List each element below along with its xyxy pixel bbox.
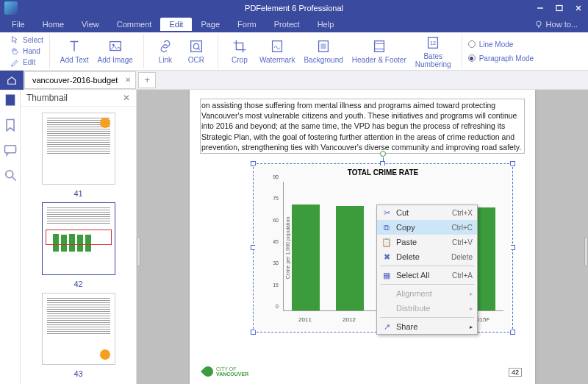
image-icon bbox=[107, 38, 123, 54]
menu-bar: File Home View Comment Edit Page Form Pr… bbox=[0, 16, 588, 32]
svg-rect-9 bbox=[374, 41, 384, 52]
menu-comment[interactable]: Comment bbox=[108, 18, 161, 31]
resize-handle[interactable] bbox=[510, 161, 515, 166]
add-text-button[interactable]: Add Text bbox=[56, 38, 93, 64]
context-distribute: Distribute▸ bbox=[377, 301, 477, 316]
bookmarks-rail-button[interactable] bbox=[3, 118, 18, 132]
left-rail bbox=[0, 90, 21, 384]
context-alignment: Alignment▸ bbox=[377, 286, 477, 301]
delete-icon: ✖ bbox=[381, 252, 392, 262]
document-canvas[interactable]: on assisting those suffering from mental… bbox=[137, 90, 588, 384]
annotations-rail-button[interactable] bbox=[3, 143, 18, 157]
ocr-button[interactable]: OCR bbox=[181, 38, 212, 64]
menu-home[interactable]: Home bbox=[34, 18, 73, 31]
text-icon bbox=[66, 38, 82, 54]
svg-point-3 bbox=[112, 44, 115, 46]
thumb-selection-marker bbox=[46, 230, 112, 244]
paragraph-mode-radio[interactable]: Paragraph Mode bbox=[468, 53, 534, 64]
title-bar: PDFelement 6 Professional bbox=[0, 0, 588, 16]
add-tab-button[interactable]: + bbox=[138, 72, 156, 88]
svg-point-1 bbox=[536, 21, 540, 26]
panel-collapse-handle-right[interactable] bbox=[584, 237, 588, 266]
search-rail-button[interactable] bbox=[3, 168, 18, 182]
edit-tool[interactable]: Edit bbox=[10, 57, 35, 68]
copy-icon: ⧉ bbox=[381, 222, 392, 232]
chart-xtick: 2011 bbox=[291, 316, 319, 323]
context-share[interactable]: ↗Share▸ bbox=[377, 319, 477, 334]
pencil-icon bbox=[10, 57, 20, 67]
thumbnail-panel: Thumbnail ✕ 41 42 43 bbox=[21, 90, 137, 384]
select-all-icon: ▦ bbox=[381, 270, 392, 280]
thumbnail-close-icon[interactable]: ✕ bbox=[123, 93, 130, 103]
header-footer-button[interactable]: Header & Footer bbox=[348, 38, 411, 64]
context-cut[interactable]: ✂CutCtrl+X bbox=[377, 205, 477, 220]
pdf-page[interactable]: on assisting those suffering from mental… bbox=[190, 90, 535, 384]
context-copy[interactable]: ⧉CopyCtrl+C bbox=[377, 220, 477, 235]
context-delete[interactable]: ✖DeleteDelete bbox=[377, 249, 477, 264]
hand-tool[interactable]: Hand bbox=[10, 46, 40, 57]
cursor-icon bbox=[10, 35, 20, 45]
svg-rect-13 bbox=[4, 146, 15, 153]
watermark-icon bbox=[269, 38, 285, 54]
menu-edit[interactable]: Edit bbox=[160, 18, 192, 31]
add-image-button[interactable]: Add Image bbox=[93, 38, 137, 64]
clipboard-icon: 📋 bbox=[381, 237, 392, 247]
thumb-badge-icon bbox=[100, 118, 110, 128]
menu-help[interactable]: Help bbox=[309, 18, 343, 31]
chart-yaxis: 0 15 30 45 60 75 90 bbox=[265, 182, 280, 311]
thumbnail-title: Thumbnail bbox=[26, 93, 68, 103]
maximize-button[interactable] bbox=[550, 0, 569, 16]
resize-handle[interactable] bbox=[510, 245, 515, 250]
crop-button[interactable]: Crop bbox=[224, 38, 255, 64]
link-icon bbox=[157, 38, 173, 54]
tab-close-icon[interactable]: ✕ bbox=[125, 76, 131, 84]
thumbnail-page-42[interactable] bbox=[42, 202, 115, 274]
app-logo-icon bbox=[4, 1, 18, 15]
svg-rect-6 bbox=[273, 41, 282, 52]
context-select-all[interactable]: ▦Select AllCtrl+A bbox=[377, 268, 477, 282]
menu-protect[interactable]: Protect bbox=[265, 18, 309, 31]
chart-bar bbox=[292, 205, 320, 310]
background-button[interactable]: Background bbox=[299, 38, 347, 64]
watermark-button[interactable]: Watermark bbox=[255, 38, 300, 64]
scissors-icon: ✂ bbox=[381, 207, 392, 218]
select-tool[interactable]: Select bbox=[10, 35, 43, 46]
menu-form[interactable]: Form bbox=[229, 18, 265, 31]
resize-handle[interactable] bbox=[510, 330, 515, 335]
context-paste[interactable]: 📋PasteCtrl+V bbox=[377, 235, 477, 249]
thumbnail-label: 42 bbox=[74, 280, 82, 288]
body-paragraph[interactable]: on assisting those suffering from mental… bbox=[200, 99, 525, 154]
header-footer-icon bbox=[371, 38, 387, 54]
thumb-badge-icon bbox=[100, 349, 110, 360]
ocr-icon bbox=[188, 38, 204, 54]
vancouver-logo-icon bbox=[201, 364, 215, 379]
rotate-handle[interactable] bbox=[380, 151, 386, 157]
link-button[interactable]: Link bbox=[150, 38, 181, 64]
thumbnail-page-43[interactable] bbox=[42, 293, 115, 365]
share-icon: ↗ bbox=[381, 321, 392, 332]
svg-rect-12 bbox=[5, 95, 15, 106]
menu-file[interactable]: File bbox=[3, 18, 34, 31]
crop-icon bbox=[232, 38, 248, 54]
thumbnails-rail-button[interactable] bbox=[3, 93, 18, 107]
close-button[interactable] bbox=[569, 0, 588, 16]
thumbnail-page-41[interactable] bbox=[42, 113, 115, 185]
page-number: 42 bbox=[509, 368, 522, 377]
bates-numbering-button[interactable]: 12Bates Numbering bbox=[411, 35, 456, 68]
home-tab[interactable] bbox=[0, 71, 24, 90]
resize-handle[interactable] bbox=[251, 330, 256, 335]
workspace: Thumbnail ✕ 41 42 43 o bbox=[0, 90, 588, 384]
minimize-button[interactable] bbox=[531, 0, 550, 16]
menu-page[interactable]: Page bbox=[192, 18, 229, 31]
menu-view[interactable]: View bbox=[73, 18, 108, 31]
chart-xtick: 2012 bbox=[335, 316, 363, 323]
how-to-link[interactable]: How to... bbox=[534, 20, 578, 29]
document-tab[interactable]: vancouver-2016-budget✕ bbox=[24, 71, 136, 89]
chart-bar bbox=[336, 206, 364, 310]
svg-text:12: 12 bbox=[430, 39, 436, 46]
panel-collapse-handle-left[interactable] bbox=[137, 237, 140, 266]
ribbon-toolbar: Select Hand Edit Add Text Add Image Link… bbox=[0, 32, 588, 71]
line-mode-radio[interactable]: Line Mode bbox=[468, 39, 514, 50]
thumbnail-label: 43 bbox=[74, 369, 82, 378]
lightbulb-icon bbox=[534, 20, 543, 29]
